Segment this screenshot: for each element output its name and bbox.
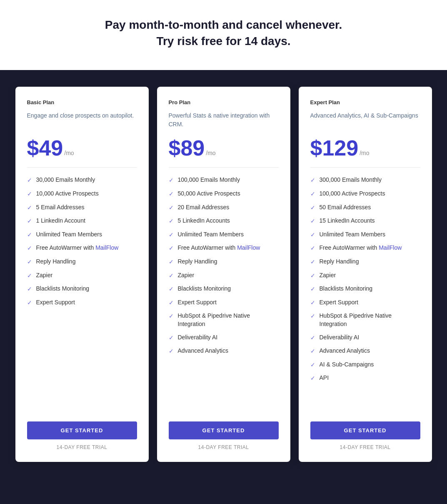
check-icon: ✓ <box>169 231 174 239</box>
check-icon: ✓ <box>169 347 174 356</box>
check-icon: ✓ <box>310 258 315 266</box>
pro-plan-price: $89 /mo <box>169 137 279 159</box>
check-icon: ✓ <box>169 204 174 212</box>
list-item: ✓HubSpot & Pipedrive Native Integration <box>310 312 420 328</box>
list-item: ✓Expert Support <box>27 298 137 307</box>
list-item: ✓Deliverability AI <box>169 333 279 342</box>
list-item: ✓Free AutoWarmer with MailFlow <box>27 244 137 253</box>
list-item: ✓HubSpot & Pipedrive Native Integration <box>169 312 279 328</box>
check-icon: ✓ <box>169 272 174 280</box>
list-item: ✓50,000 Active Prospects <box>169 190 279 198</box>
list-item: ✓20 Email Addresses <box>169 203 279 212</box>
pro-trial-text: 14-DAY FREE TRIAL <box>169 444 279 450</box>
check-icon: ✓ <box>310 190 315 198</box>
list-item: ✓Advanced Analytics <box>169 347 279 356</box>
pro-plan-name: Pro Plan <box>169 99 279 105</box>
pro-plan-card: Pro Plan Powerful Stats & native integra… <box>157 87 290 462</box>
pro-cta-section: GET STARTED 14-DAY FREE TRIAL <box>169 421 279 450</box>
check-icon: ✓ <box>169 176 174 185</box>
check-icon: ✓ <box>27 231 32 239</box>
list-item: ✓Zapier <box>27 271 137 280</box>
basic-plan-name: Basic Plan <box>27 99 137 105</box>
expert-plan-card: Expert Plan Advanced Analytics, AI & Sub… <box>299 87 432 462</box>
check-icon: ✓ <box>27 176 32 185</box>
basic-price-period: /mo <box>64 150 74 156</box>
list-item: ✓Reply Handling <box>27 258 137 266</box>
list-item: ✓Free AutoWarmer with MailFlow <box>310 244 420 253</box>
check-icon: ✓ <box>310 299 315 307</box>
basic-cta-section: GET STARTED 14-DAY FREE TRIAL <box>27 421 137 450</box>
expert-price-amount: $129 <box>310 137 359 159</box>
check-icon: ✓ <box>310 334 315 342</box>
check-icon: ✓ <box>310 217 315 226</box>
expert-plan-name: Expert Plan <box>310 99 420 105</box>
check-icon: ✓ <box>27 299 32 307</box>
check-icon: ✓ <box>169 334 174 342</box>
list-item: ✓10,000 Active Prospects <box>27 190 137 198</box>
list-item: ✓Advanced Analytics <box>310 347 420 356</box>
basic-trial-text: 14-DAY FREE TRIAL <box>27 444 137 450</box>
check-icon: ✓ <box>310 272 315 280</box>
list-item: ✓15 LinkedIn Accounts <box>310 217 420 226</box>
check-icon: ✓ <box>169 244 174 253</box>
list-item: ✓Reply Handling <box>169 258 279 266</box>
list-item: ✓Unlimited Team Members <box>310 231 420 239</box>
list-item: ✓Zapier <box>310 271 420 280</box>
pro-get-started-button[interactable]: GET STARTED <box>169 421 279 439</box>
check-icon: ✓ <box>310 204 315 212</box>
check-icon: ✓ <box>169 258 174 266</box>
check-icon: ✓ <box>310 285 315 293</box>
list-item: ✓5 LinkedIn Accounts <box>169 217 279 226</box>
pro-divider <box>169 167 279 168</box>
basic-divider <box>27 167 137 168</box>
list-item: ✓AI & Sub-Campaigns <box>310 361 420 369</box>
check-icon: ✓ <box>310 361 315 369</box>
list-item: ✓Reply Handling <box>310 258 420 266</box>
list-item: ✓30,000 Emails Monthly <box>27 176 137 185</box>
list-item: ✓Expert Support <box>169 298 279 307</box>
check-icon: ✓ <box>310 244 315 253</box>
list-item: ✓Unlimited Team Members <box>27 231 137 239</box>
pro-price-period: /mo <box>206 150 215 156</box>
list-item: ✓300,000 Emails Monthly <box>310 176 420 185</box>
list-item: ✓5 Email Addresses <box>27 203 137 212</box>
mailflow-link[interactable]: MailFlow <box>95 244 118 251</box>
list-item: ✓1 LinkedIn Account <box>27 217 137 226</box>
check-icon: ✓ <box>310 231 315 239</box>
pro-price-amount: $89 <box>169 137 205 159</box>
mailflow-link[interactable]: MailFlow <box>237 244 260 251</box>
check-icon: ✓ <box>27 272 32 280</box>
check-icon: ✓ <box>310 176 315 185</box>
mailflow-link[interactable]: MailFlow <box>379 244 402 251</box>
expert-cta-section: GET STARTED 14-DAY FREE TRIAL <box>310 421 420 450</box>
check-icon: ✓ <box>310 347 315 356</box>
check-icon: ✓ <box>27 217 32 226</box>
list-item: ✓100,000 Emails Monthly <box>169 176 279 185</box>
expert-get-started-button[interactable]: GET STARTED <box>310 421 420 439</box>
check-icon: ✓ <box>169 285 174 293</box>
basic-plan-description: Engage and close prospects on autopilot. <box>27 111 137 129</box>
basic-price-amount: $49 <box>27 137 63 159</box>
expert-features-list: ✓300,000 Emails Monthly ✓100,000 Active … <box>310 176 420 411</box>
check-icon: ✓ <box>310 374 315 383</box>
basic-get-started-button[interactable]: GET STARTED <box>27 421 137 439</box>
check-icon: ✓ <box>310 312 315 321</box>
basic-plan-card: Basic Plan Engage and close prospects on… <box>15 87 149 462</box>
list-item: ✓Blacklists Monitoring <box>169 285 279 293</box>
expert-divider <box>310 167 420 168</box>
check-icon: ✓ <box>27 244 32 253</box>
check-icon: ✓ <box>27 258 32 266</box>
check-icon: ✓ <box>169 299 174 307</box>
basic-plan-price: $49 /mo <box>27 137 137 159</box>
check-icon: ✓ <box>169 217 174 226</box>
page-title: Pay month-to-month and cancel whenever. … <box>8 17 439 49</box>
check-icon: ✓ <box>27 204 32 212</box>
check-icon: ✓ <box>169 190 174 198</box>
list-item: ✓50 Email Addresses <box>310 203 420 212</box>
header-section: Pay month-to-month and cancel whenever. … <box>0 0 447 70</box>
list-item: ✓Blacklists Monitoring <box>27 285 137 293</box>
expert-price-period: /mo <box>360 150 369 156</box>
expert-trial-text: 14-DAY FREE TRIAL <box>310 444 420 450</box>
check-icon: ✓ <box>27 285 32 293</box>
basic-features-list: ✓30,000 Emails Monthly ✓10,000 Active Pr… <box>27 176 137 411</box>
